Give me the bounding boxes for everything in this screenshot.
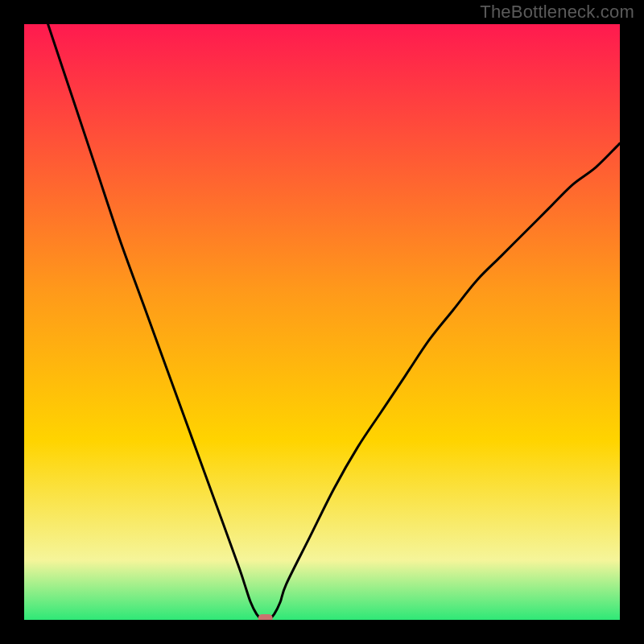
- gradient-background: [24, 24, 620, 620]
- optimal-marker: [258, 614, 273, 620]
- bottleneck-chart: [24, 24, 620, 620]
- watermark-text: TheBottleneck.com: [480, 2, 634, 23]
- plot-area: [24, 24, 620, 620]
- chart-container: TheBottleneck.com: [0, 0, 644, 644]
